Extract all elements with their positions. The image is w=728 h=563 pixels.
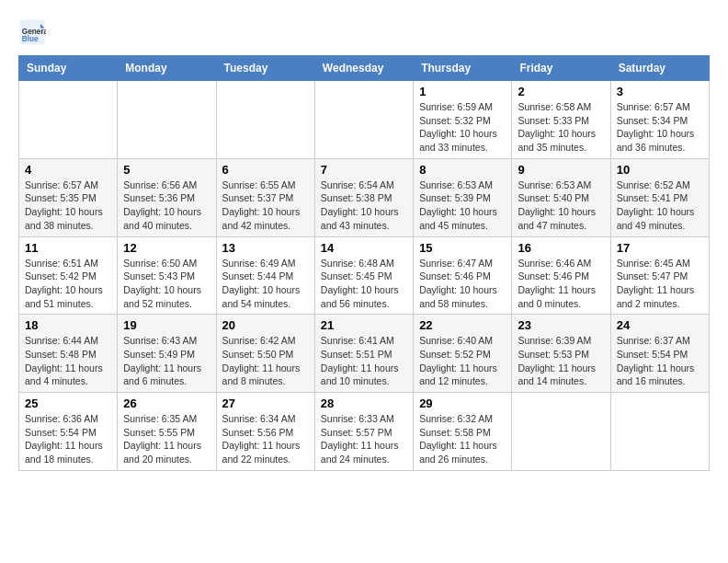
calendar-day-11: 11Sunrise: 6:51 AMSunset: 5:42 PMDayligh… [19, 236, 118, 315]
day-number: 1 [419, 85, 506, 98]
day-info: Sunrise: 6:53 AMSunset: 5:40 PMDaylight:… [518, 178, 604, 233]
header-monday: Monday [118, 56, 216, 81]
calendar-day-1: 1Sunrise: 6:59 AMSunset: 5:32 PMDaylight… [414, 81, 512, 159]
day-number: 8 [419, 163, 506, 177]
day-number: 12 [123, 241, 210, 255]
calendar-empty-cell [314, 81, 413, 159]
day-info: Sunrise: 6:57 AMSunset: 5:35 PMDaylight:… [25, 178, 111, 233]
day-number: 15 [419, 241, 506, 255]
day-info: Sunrise: 6:42 AMSunset: 5:50 PMDaylight:… [222, 334, 309, 388]
page-header: General Blue [18, 18, 710, 46]
day-info: Sunrise: 6:53 AMSunset: 5:39 PMDaylight:… [419, 178, 506, 233]
calendar-day-28: 28Sunrise: 6:33 AMSunset: 5:57 PMDayligh… [314, 393, 413, 471]
calendar-day-6: 6Sunrise: 6:55 AMSunset: 5:37 PMDaylight… [216, 158, 314, 236]
header-wednesday: Wednesday [314, 56, 413, 81]
calendar-header-row: SundayMondayTuesdayWednesdayThursdayFrid… [19, 56, 710, 81]
day-number: 7 [321, 163, 407, 177]
day-info: Sunrise: 6:39 AMSunset: 5:53 PMDaylight:… [518, 334, 604, 388]
day-number: 20 [222, 318, 309, 332]
day-info: Sunrise: 6:52 AMSunset: 5:41 PMDaylight:… [617, 178, 703, 233]
day-info: Sunrise: 6:54 AMSunset: 5:38 PMDaylight:… [321, 178, 407, 233]
calendar-day-25: 25Sunrise: 6:36 AMSunset: 5:54 PMDayligh… [19, 393, 118, 471]
calendar-day-26: 26Sunrise: 6:35 AMSunset: 5:55 PMDayligh… [118, 393, 216, 471]
day-info: Sunrise: 6:43 AMSunset: 5:49 PMDaylight:… [123, 334, 210, 388]
day-info: Sunrise: 6:59 AMSunset: 5:32 PMDaylight:… [419, 100, 506, 155]
day-number: 23 [518, 318, 604, 332]
day-number: 21 [321, 318, 407, 332]
header-tuesday: Tuesday [216, 56, 314, 81]
calendar-day-20: 20Sunrise: 6:42 AMSunset: 5:50 PMDayligh… [216, 315, 314, 393]
calendar-table: SundayMondayTuesdayWednesdayThursdayFrid… [18, 55, 710, 471]
day-info: Sunrise: 6:50 AMSunset: 5:43 PMDaylight:… [123, 257, 210, 311]
day-info: Sunrise: 6:55 AMSunset: 5:37 PMDaylight:… [222, 178, 309, 233]
day-number: 24 [617, 318, 703, 332]
day-number: 18 [25, 318, 111, 332]
day-number: 5 [123, 163, 210, 177]
calendar-day-8: 8Sunrise: 6:53 AMSunset: 5:39 PMDaylight… [414, 158, 512, 236]
day-number: 4 [25, 163, 111, 177]
header-sunday: Sunday [19, 56, 118, 81]
day-info: Sunrise: 6:45 AMSunset: 5:47 PMDaylight:… [617, 257, 703, 311]
day-number: 29 [419, 396, 506, 410]
day-info: Sunrise: 6:57 AMSunset: 5:34 PMDaylight:… [617, 100, 703, 155]
day-info: Sunrise: 6:48 AMSunset: 5:45 PMDaylight:… [321, 257, 407, 311]
calendar-week-row: 1Sunrise: 6:59 AMSunset: 5:32 PMDaylight… [19, 81, 710, 159]
calendar-empty-cell [610, 393, 709, 471]
calendar-week-row: 11Sunrise: 6:51 AMSunset: 5:42 PMDayligh… [19, 236, 710, 315]
day-info: Sunrise: 6:37 AMSunset: 5:54 PMDaylight:… [617, 334, 703, 388]
day-info: Sunrise: 6:47 AMSunset: 5:46 PMDaylight:… [419, 257, 506, 311]
calendar-day-14: 14Sunrise: 6:48 AMSunset: 5:45 PMDayligh… [314, 236, 413, 315]
day-info: Sunrise: 6:33 AMSunset: 5:57 PMDaylight:… [321, 412, 407, 466]
calendar-empty-cell [216, 81, 314, 159]
calendar-week-row: 18Sunrise: 6:44 AMSunset: 5:48 PMDayligh… [19, 315, 710, 393]
day-info: Sunrise: 6:56 AMSunset: 5:36 PMDaylight:… [123, 178, 210, 233]
day-info: Sunrise: 6:32 AMSunset: 5:58 PMDaylight:… [419, 412, 506, 466]
day-number: 10 [617, 163, 703, 177]
calendar-day-27: 27Sunrise: 6:34 AMSunset: 5:56 PMDayligh… [216, 393, 314, 471]
calendar-day-17: 17Sunrise: 6:45 AMSunset: 5:47 PMDayligh… [610, 236, 709, 315]
calendar-day-19: 19Sunrise: 6:43 AMSunset: 5:49 PMDayligh… [118, 315, 216, 393]
calendar-week-row: 4Sunrise: 6:57 AMSunset: 5:35 PMDaylight… [19, 158, 710, 236]
day-number: 28 [321, 396, 407, 410]
day-info: Sunrise: 6:49 AMSunset: 5:44 PMDaylight:… [222, 257, 309, 311]
calendar-day-18: 18Sunrise: 6:44 AMSunset: 5:48 PMDayligh… [19, 315, 118, 393]
header-friday: Friday [512, 56, 610, 81]
calendar-day-10: 10Sunrise: 6:52 AMSunset: 5:41 PMDayligh… [610, 158, 709, 236]
day-info: Sunrise: 6:46 AMSunset: 5:46 PMDaylight:… [518, 257, 604, 311]
header-thursday: Thursday [414, 56, 512, 81]
day-number: 14 [321, 241, 407, 255]
logo: General Blue [18, 18, 50, 46]
calendar-day-5: 5Sunrise: 6:56 AMSunset: 5:36 PMDaylight… [118, 158, 216, 236]
calendar-day-15: 15Sunrise: 6:47 AMSunset: 5:46 PMDayligh… [414, 236, 512, 315]
calendar-day-3: 3Sunrise: 6:57 AMSunset: 5:34 PMDaylight… [610, 81, 709, 159]
day-number: 9 [518, 163, 604, 177]
day-number: 3 [617, 85, 703, 98]
svg-text:Blue: Blue [22, 35, 39, 43]
calendar-empty-cell [512, 393, 610, 471]
calendar-day-7: 7Sunrise: 6:54 AMSunset: 5:38 PMDaylight… [314, 158, 413, 236]
day-info: Sunrise: 6:40 AMSunset: 5:52 PMDaylight:… [419, 334, 506, 388]
calendar-day-4: 4Sunrise: 6:57 AMSunset: 5:35 PMDaylight… [19, 158, 118, 236]
day-number: 27 [222, 396, 309, 410]
day-number: 13 [222, 241, 309, 255]
day-number: 17 [617, 241, 703, 255]
calendar-day-21: 21Sunrise: 6:41 AMSunset: 5:51 PMDayligh… [314, 315, 413, 393]
calendar-day-22: 22Sunrise: 6:40 AMSunset: 5:52 PMDayligh… [414, 315, 512, 393]
day-info: Sunrise: 6:51 AMSunset: 5:42 PMDaylight:… [25, 257, 111, 311]
day-number: 11 [25, 241, 111, 255]
day-number: 19 [123, 318, 210, 332]
day-info: Sunrise: 6:34 AMSunset: 5:56 PMDaylight:… [222, 412, 309, 466]
day-info: Sunrise: 6:36 AMSunset: 5:54 PMDaylight:… [25, 412, 111, 466]
day-number: 22 [419, 318, 506, 332]
calendar-week-row: 25Sunrise: 6:36 AMSunset: 5:54 PMDayligh… [19, 393, 710, 471]
calendar-day-16: 16Sunrise: 6:46 AMSunset: 5:46 PMDayligh… [512, 236, 610, 315]
day-number: 26 [123, 396, 210, 410]
calendar-day-13: 13Sunrise: 6:49 AMSunset: 5:44 PMDayligh… [216, 236, 314, 315]
calendar-day-9: 9Sunrise: 6:53 AMSunset: 5:40 PMDaylight… [512, 158, 610, 236]
day-number: 16 [518, 241, 604, 255]
day-info: Sunrise: 6:44 AMSunset: 5:48 PMDaylight:… [25, 334, 111, 388]
calendar-day-23: 23Sunrise: 6:39 AMSunset: 5:53 PMDayligh… [512, 315, 610, 393]
calendar-empty-cell [118, 81, 216, 159]
day-info: Sunrise: 6:35 AMSunset: 5:55 PMDaylight:… [123, 412, 210, 466]
calendar-day-12: 12Sunrise: 6:50 AMSunset: 5:43 PMDayligh… [118, 236, 216, 315]
